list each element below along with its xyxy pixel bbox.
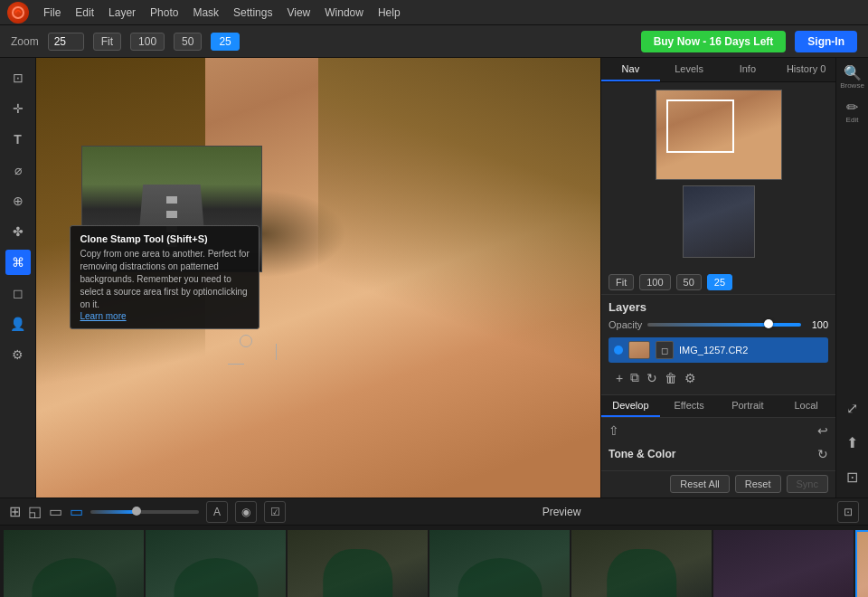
nav-preview-image bbox=[656, 90, 782, 180]
film-thumb-4 bbox=[429, 530, 570, 598]
menu-edit[interactable]: Edit bbox=[75, 6, 94, 19]
menu-view[interactable]: View bbox=[287, 6, 310, 19]
tool-erase[interactable]: ◻ bbox=[5, 280, 31, 306]
tab-nav[interactable]: Nav bbox=[601, 58, 660, 81]
zoom-fit-btn[interactable]: Fit bbox=[93, 33, 121, 51]
share-icon: ⬆ bbox=[846, 436, 858, 450]
menu-window[interactable]: Window bbox=[325, 6, 363, 19]
status-grid-btn[interactable]: ⊞ bbox=[9, 503, 21, 520]
layer-mask-icon: ◻ bbox=[656, 341, 674, 359]
tone-color-label: Tone & Color bbox=[609, 448, 675, 460]
tone-color-row: Tone & Color ↻ bbox=[609, 443, 828, 465]
nav-zoom-25[interactable]: 25 bbox=[707, 274, 732, 290]
share-icon-btn[interactable]: ⬆ bbox=[840, 431, 865, 456]
status-panel-btn[interactable]: ◱ bbox=[28, 503, 42, 520]
edit-tabs: Develop Effects Portrait Local bbox=[601, 394, 835, 418]
browse-label: Browse bbox=[840, 82, 864, 90]
status-rect-btn[interactable]: ▭ bbox=[49, 503, 62, 520]
film-thumb-active bbox=[857, 532, 868, 598]
collapse-icon: ⊡ bbox=[846, 470, 858, 485]
tab-info[interactable]: Info bbox=[719, 58, 778, 81]
reset-btn[interactable]: Reset bbox=[735, 475, 781, 493]
tool-text[interactable]: T bbox=[5, 127, 31, 152]
film-item-6[interactable] bbox=[713, 530, 854, 598]
zoom-25-btn[interactable]: 25 bbox=[211, 33, 239, 51]
status-end-btn[interactable]: ⊡ bbox=[837, 501, 859, 523]
status-rect2-btn[interactable]: ▭ bbox=[70, 503, 83, 520]
browse-icon: 🔍 bbox=[844, 66, 862, 81]
tool-tooltip: Clone Stamp Tool (Shift+S) Copy from one… bbox=[70, 225, 259, 329]
status-zoom-thumb bbox=[132, 507, 141, 516]
layer-item[interactable]: ◻ IMG_1257.CR2 bbox=[609, 337, 828, 363]
tooltip-title: Clone Stamp Tool (Shift+S) bbox=[80, 233, 250, 244]
tools-panel: ⊡ ✛ T ⌀ ⊕ ✤ ⌘ ◻ 👤 ⚙ bbox=[0, 58, 36, 498]
layer-rotate-btn[interactable]: ↻ bbox=[646, 371, 657, 385]
status-circle-btn[interactable]: ◉ bbox=[235, 501, 257, 523]
browse-icon-btn[interactable]: 🔍 Browse bbox=[840, 65, 865, 90]
menu-photo[interactable]: Photo bbox=[150, 6, 178, 19]
collapse-icon-btn[interactable]: ⊡ bbox=[840, 465, 865, 490]
tool-crop[interactable]: ⊡ bbox=[5, 65, 31, 90]
layer-actions: + ⧉ ↻ 🗑 ⚙ bbox=[609, 366, 828, 389]
tool-gear[interactable]: ⚙ bbox=[5, 342, 31, 367]
film-item-active[interactable]: IMG_1257.CR2 bbox=[855, 530, 868, 598]
tool-brush[interactable]: ⌀ bbox=[5, 157, 31, 183]
opacity-thumb bbox=[764, 319, 773, 328]
layer-add-btn[interactable]: + bbox=[616, 371, 623, 385]
tab-develop[interactable]: Develop bbox=[601, 395, 660, 417]
layer-duplicate-btn[interactable]: ⧉ bbox=[630, 370, 639, 385]
opacity-slider[interactable] bbox=[647, 323, 801, 327]
film-thumb-1 bbox=[4, 530, 144, 598]
zoom-input[interactable] bbox=[48, 33, 84, 51]
nav-zoom-fit[interactable]: Fit bbox=[609, 274, 634, 290]
reset-row: Reset All Reset Sync bbox=[601, 470, 835, 497]
menu-help[interactable]: Help bbox=[378, 6, 401, 19]
main-area: ⊡ ✛ T ⌀ ⊕ ✤ ⌘ ◻ 👤 ⚙ Clone Stamp Tool (Sh… bbox=[0, 58, 868, 498]
status-zoom-slider[interactable] bbox=[90, 510, 199, 514]
zoom-100-btn[interactable]: 100 bbox=[130, 33, 165, 51]
layer-delete-btn[interactable]: 🗑 bbox=[665, 371, 677, 385]
menu-settings[interactable]: Settings bbox=[233, 6, 272, 19]
toolbar: Zoom Fit 100 50 25 Buy Now - 16 Days Lef… bbox=[0, 25, 868, 58]
tool-move[interactable]: ✛ bbox=[5, 96, 31, 121]
reset-all-btn[interactable]: Reset All bbox=[670, 475, 729, 493]
menu-file[interactable]: File bbox=[43, 6, 61, 19]
tooltip-body: Copy from one area to another. Perfect f… bbox=[80, 248, 250, 311]
tab-levels[interactable]: Levels bbox=[660, 58, 719, 81]
film-item-3[interactable] bbox=[288, 530, 428, 598]
tool-heal[interactable]: ⊕ bbox=[5, 188, 31, 213]
tab-portrait[interactable]: Portrait bbox=[719, 395, 778, 417]
menu-mask[interactable]: Mask bbox=[193, 6, 219, 19]
opacity-row: Opacity 100 bbox=[609, 319, 828, 330]
layer-settings-btn[interactable]: ⚙ bbox=[684, 371, 696, 385]
edit-undo-btn[interactable]: ↩ bbox=[817, 423, 828, 438]
nav-zoom-100[interactable]: 100 bbox=[639, 274, 670, 290]
tab-history[interactable]: History 0 bbox=[777, 58, 835, 81]
status-check-btn[interactable]: ☑ bbox=[264, 501, 286, 523]
nav-zoom-50[interactable]: 50 bbox=[676, 274, 702, 290]
tool-clone[interactable]: ✤ bbox=[5, 219, 31, 244]
tab-local[interactable]: Local bbox=[777, 395, 835, 417]
edit-icon-btn[interactable]: ✏ Edit bbox=[840, 100, 865, 125]
expand-icon-btn[interactable]: ⤢ bbox=[840, 396, 865, 422]
zoom-controls: Fit 100 50 25 bbox=[601, 270, 835, 294]
signin-button[interactable]: Sign-In bbox=[795, 31, 857, 52]
edit-share-btn[interactable]: ⇧ bbox=[609, 423, 619, 438]
tone-refresh-btn[interactable]: ↻ bbox=[817, 447, 828, 461]
film-item-1[interactable] bbox=[4, 530, 144, 598]
tooltip-learn-more[interactable]: Learn more bbox=[80, 311, 250, 321]
tab-effects[interactable]: Effects bbox=[660, 395, 719, 417]
nav-viewport-rect[interactable] bbox=[666, 100, 735, 153]
film-item-5[interactable] bbox=[571, 530, 712, 598]
zoom-50-btn[interactable]: 50 bbox=[174, 33, 202, 51]
sync-btn[interactable]: Sync bbox=[787, 475, 828, 493]
film-item-2[interactable] bbox=[146, 530, 286, 598]
canvas-area[interactable]: Clone Stamp Tool (Shift+S) Copy from one… bbox=[36, 58, 600, 498]
layer-thumbnail bbox=[628, 341, 650, 359]
menu-layer[interactable]: Layer bbox=[108, 6, 136, 19]
buy-now-button[interactable]: Buy Now - 16 Days Left bbox=[641, 31, 787, 52]
tool-stamp[interactable]: ⌘ bbox=[5, 250, 31, 275]
status-A-btn[interactable]: A bbox=[206, 501, 228, 523]
tool-person[interactable]: 👤 bbox=[5, 311, 31, 336]
film-item-4[interactable] bbox=[429, 530, 570, 598]
